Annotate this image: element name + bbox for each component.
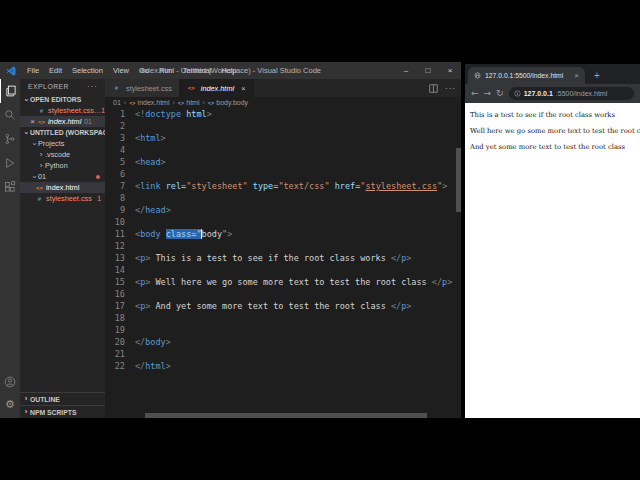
code-line-17[interactable]: 17<p> And yet some more text to test the… xyxy=(105,300,456,312)
close-icon[interactable]: × xyxy=(439,62,461,79)
code-line-19[interactable]: 19 xyxy=(105,324,456,336)
line-number: 20 xyxy=(105,336,135,348)
menu-view[interactable]: View xyxy=(108,66,134,75)
page-paragraph: And yet some more text to test the root … xyxy=(470,143,640,151)
chevron-right-icon: › xyxy=(22,408,30,416)
account-icon[interactable] xyxy=(0,371,20,393)
tab-stylesheet-css[interactable]: #stylesheet.css xyxy=(105,79,180,97)
vertical-scrollbar[interactable] xyxy=(456,148,461,212)
tab-close-icon[interactable]: × xyxy=(574,71,579,80)
close-icon[interactable]: × xyxy=(28,117,37,126)
line-number: 18 xyxy=(105,312,135,324)
maximize-icon[interactable]: □ xyxy=(417,62,439,79)
extensions-icon[interactable] xyxy=(0,175,20,199)
code-line-10[interactable]: 10 xyxy=(105,216,456,228)
section-outline[interactable]: ›OUTLINE xyxy=(20,392,105,405)
explorer-sidebar: EXPLORER ··· › OPEN EDITORS #stylesheet.… xyxy=(20,79,105,418)
line-number: 3 xyxy=(105,132,135,144)
code-line-16[interactable]: 16 xyxy=(105,288,456,300)
code-editor[interactable]: 1<!doctype html>23<html>45<head>67<link … xyxy=(105,108,456,372)
back-icon[interactable]: ← xyxy=(471,89,479,98)
code-line-22[interactable]: 22</html> xyxy=(105,360,456,372)
open-editor-item[interactable]: ×<>index.html01 xyxy=(20,116,105,127)
open-editors-section[interactable]: › OPEN EDITORS xyxy=(20,94,105,105)
code-line-4[interactable]: 4 xyxy=(105,144,456,156)
file-label: index.html xyxy=(48,117,81,126)
breadcrumb-item[interactable]: body.body xyxy=(216,99,248,106)
url-path: :5500/index.html xyxy=(556,90,607,97)
tree-item-index-html[interactable]: <>index.html xyxy=(20,182,105,193)
more-actions-icon[interactable]: ··· xyxy=(445,84,456,93)
code-line-2[interactable]: 2 xyxy=(105,120,456,132)
breadcrumb-item[interactable]: 01 xyxy=(113,99,121,106)
code-line-8[interactable]: 8 xyxy=(105,192,456,204)
site-info-icon[interactable] xyxy=(514,90,521,97)
open-editor-item[interactable]: #stylesheet.css…1 xyxy=(20,105,105,116)
code-line-21[interactable]: 21 xyxy=(105,348,456,360)
tree-item--vscode[interactable]: ›.vscode xyxy=(20,149,105,160)
line-number: 6 xyxy=(105,168,135,180)
code-line-9[interactable]: 9</head> xyxy=(105,204,456,216)
line-number: 1 xyxy=(105,108,135,120)
source-control-icon[interactable] xyxy=(0,127,20,151)
tab-close-icon[interactable]: × xyxy=(241,84,246,93)
address-bar[interactable]: 127.0.0.1:5500/index.html xyxy=(509,87,634,100)
workspace-section[interactable]: › UNTITLED (WORKSPACE) xyxy=(20,127,105,138)
tree-item-python[interactable]: ›Python xyxy=(20,160,105,171)
browser-tab[interactable]: 127.0.0.1:5500/index.html × xyxy=(468,67,585,84)
line-number: 11 xyxy=(105,228,135,240)
tab-index-html[interactable]: <>index.html× xyxy=(180,79,254,97)
css-file-icon: # xyxy=(112,85,121,91)
browser-window: 127.0.0.1:5500/index.html × + ← → ↻ 127.… xyxy=(465,64,640,418)
vscode-logo-icon xyxy=(6,66,16,76)
tree-item-label: 01 xyxy=(38,172,46,181)
file-detail: 01 xyxy=(84,118,92,125)
forward-icon[interactable]: → xyxy=(484,89,492,98)
chevron-down-icon: › xyxy=(22,96,30,104)
tree-item-01[interactable]: ›01 xyxy=(20,171,105,182)
menu-edit[interactable]: Edit xyxy=(44,66,67,75)
line-number: 22 xyxy=(105,360,135,372)
code-line-15[interactable]: 15<p> Well here we go some more text to … xyxy=(105,276,456,288)
line-number: 5 xyxy=(105,156,135,168)
code-line-18[interactable]: 18 xyxy=(105,312,456,324)
code-line-6[interactable]: 6 xyxy=(105,168,456,180)
breadcrumb-item[interactable]: index.html xyxy=(138,99,170,106)
code-line-3[interactable]: 3<html> xyxy=(105,132,456,144)
run-debug-icon[interactable] xyxy=(0,151,20,175)
breadcrumb: 01›<>index.html›<>html›<>body.body xyxy=(105,97,461,108)
section-npm-scripts[interactable]: ›NPM SCRIPTS xyxy=(20,405,105,418)
code-line-11[interactable]: 11<body class="body"> xyxy=(105,228,456,240)
tree-item-projects[interactable]: ›Projects xyxy=(20,138,105,149)
breadcrumb-separator-icon: › xyxy=(203,99,205,106)
minimize-icon[interactable]: – xyxy=(395,62,417,79)
new-tab-icon[interactable]: + xyxy=(594,71,600,81)
menu-selection[interactable]: Selection xyxy=(67,66,108,75)
code-line-14[interactable]: 14 xyxy=(105,264,456,276)
file-tree: ›Projects›.vscode›Python›01<>index.html#… xyxy=(20,138,105,204)
explorer-icon[interactable] xyxy=(0,79,20,103)
search-icon[interactable] xyxy=(0,103,20,127)
menu-file[interactable]: File xyxy=(22,66,44,75)
code-line-1[interactable]: 1<!doctype html> xyxy=(105,108,456,120)
sidebar-bottom-sections: ›OUTLINE›NPM SCRIPTS xyxy=(20,392,105,418)
reload-icon[interactable]: ↻ xyxy=(496,89,504,98)
chevron-down-icon: › xyxy=(30,173,38,181)
url-host: 127.0.0.1 xyxy=(524,90,553,97)
horizontal-scrollbar[interactable] xyxy=(145,413,427,418)
code-line-7[interactable]: 7<link rel="stylesheet" type="text/css" … xyxy=(105,180,456,192)
split-editor-icon[interactable] xyxy=(429,84,438,93)
line-number: 15 xyxy=(105,276,135,288)
more-actions-icon[interactable]: ··· xyxy=(87,82,98,91)
editor-tabs: #stylesheet.css<>index.html× ··· xyxy=(105,79,461,97)
code-line-12[interactable]: 12 xyxy=(105,240,456,252)
breadcrumb-item[interactable]: html xyxy=(186,99,199,106)
code-line-20[interactable]: 20</body> xyxy=(105,336,456,348)
activity-bar: ⚙ xyxy=(0,79,20,418)
code-line-5[interactable]: 5<head> xyxy=(105,156,456,168)
tree-item-stylesheet-css[interactable]: #stylesheet.css1 xyxy=(20,193,105,204)
line-number: 13 xyxy=(105,252,135,264)
page-paragraph: This is a test to see if the root class … xyxy=(470,111,640,119)
settings-icon[interactable]: ⚙ xyxy=(0,393,20,415)
code-line-13[interactable]: 13<p> This is a test to see if the root … xyxy=(105,252,456,264)
